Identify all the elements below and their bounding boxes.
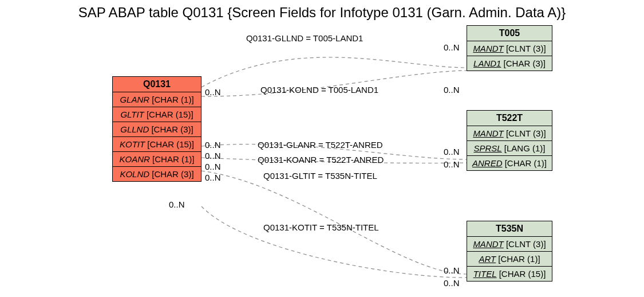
relation-label: Q0131-KOLND = T005-LAND1 xyxy=(260,85,378,95)
entity-t535n-header: T535N xyxy=(467,221,552,237)
entity-q0131-field: GLANR [CHAR (1)] xyxy=(113,92,201,107)
cardinality-label: 0..N xyxy=(205,151,221,161)
entity-q0131-field: GLLND [CHAR (3)] xyxy=(113,122,201,137)
cardinality-label: 0..N xyxy=(444,147,460,157)
cardinality-label: 0..N xyxy=(444,265,460,275)
cardinality-label: 0..N xyxy=(205,173,221,182)
entity-t522t-field: ANRED [CHAR (1)] xyxy=(467,156,552,170)
relation-label: Q0131-GLTIT = T535N-TITEL xyxy=(263,171,377,181)
entity-t535n-field: MANDT [CLNT (3)] xyxy=(467,237,552,252)
entity-q0131-field: GLTIT [CHAR (15)] xyxy=(113,107,201,122)
cardinality-label: 0..N xyxy=(205,140,221,150)
entity-t005: T005 MANDT [CLNT (3)] LAND1 [CHAR (3)] xyxy=(467,25,552,71)
entity-t522t-field: SPRSL [LANG (1)] xyxy=(467,141,552,156)
relation-label: Q0131-KOANR = T522T-ANRED xyxy=(258,155,384,165)
entity-t535n: T535N MANDT [CLNT (3)] ART [CHAR (1)] TI… xyxy=(467,221,552,282)
entity-q0131-field: KOTIT [CHAR (15)] xyxy=(113,137,201,152)
entity-t535n-field: ART [CHAR (1)] xyxy=(467,252,552,267)
entity-q0131-field: KOANR [CHAR (1)] xyxy=(113,152,201,167)
cardinality-label: 0..N xyxy=(444,159,460,169)
cardinality-label: 0..N xyxy=(205,87,221,97)
entity-t005-header: T005 xyxy=(467,26,552,41)
entity-t522t: T522T MANDT [CLNT (3)] SPRSL [LANG (1)] … xyxy=(467,110,552,171)
relation-label: Q0131-GLANR = T522T-ANRED xyxy=(258,140,383,150)
relation-label: Q0131-GLLND = T005-LAND1 xyxy=(246,33,363,43)
cardinality-label: 0..N xyxy=(444,85,460,95)
entity-t005-field: MANDT [CLNT (3)] xyxy=(467,41,552,56)
entity-t005-field: LAND1 [CHAR (3)] xyxy=(467,56,552,71)
entity-t522t-field: MANDT [CLNT (3)] xyxy=(467,126,552,141)
entity-q0131-field: KOLND [CHAR (3)] xyxy=(113,167,201,181)
entity-q0131-header: Q0131 xyxy=(113,77,201,92)
cardinality-label: 0..N xyxy=(444,42,460,52)
cardinality-label: 0..N xyxy=(169,200,185,209)
cardinality-label: 0..N xyxy=(205,162,221,171)
relation-label: Q0131-KOTIT = T535N-TITEL xyxy=(263,222,379,232)
entity-t535n-field: TITEL [CHAR (15)] xyxy=(467,267,552,281)
entity-q0131: Q0131 GLANR [CHAR (1)] GLTIT [CHAR (15)]… xyxy=(112,76,202,182)
page-title: SAP ABAP table Q0131 {Screen Fields for … xyxy=(0,5,644,21)
entity-t522t-header: T522T xyxy=(467,111,552,126)
cardinality-label: 0..N xyxy=(444,278,460,288)
